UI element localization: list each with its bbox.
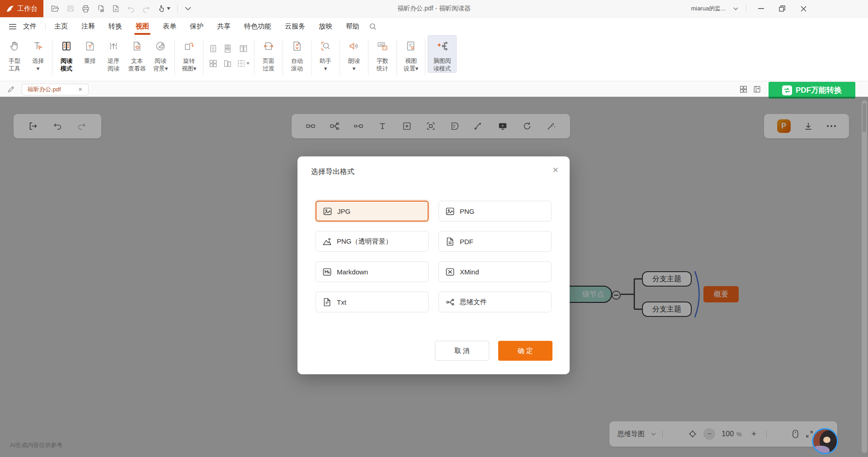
option-label: PNG (460, 207, 475, 215)
txt-file-icon (322, 297, 332, 307)
pdf-file-icon (445, 237, 455, 246)
document-tab[interactable]: 福昕办公.pdf ✕ (22, 84, 89, 95)
option-pdf[interactable]: PDF (439, 231, 552, 252)
option-mind-file[interactable]: 思绪文件 (439, 292, 552, 312)
workspace-label: 工作台 (17, 5, 38, 13)
ribbon-read-mode[interactable]: 阅读 模式 (55, 35, 78, 72)
menu-item-help[interactable]: 帮助 (339, 18, 366, 35)
print-icon[interactable] (81, 5, 90, 13)
menu-bar: 文件 主页 注释 转换 视图 表单 保护 共享 特色功能 云服务 放映 帮助 (0, 18, 868, 35)
new-tab-icon[interactable] (112, 5, 120, 13)
option-label: PNG（透明背景） (337, 237, 392, 246)
page-panel-icon[interactable] (753, 85, 761, 93)
ribbon-reverse-read[interactable]: 逆序 阅读 (102, 35, 125, 72)
duplicate-page-icon[interactable] (97, 5, 105, 13)
facing-page-icon[interactable] (235, 41, 252, 56)
ribbon-select-text[interactable]: 选择 ▾ (26, 35, 50, 72)
option-png[interactable]: PNG (439, 201, 552, 221)
ribbon-separator (283, 39, 283, 75)
split-page-icon[interactable] (235, 56, 252, 71)
avatar-face (823, 437, 830, 443)
option-png-transparent[interactable]: PNG（透明背景） (316, 231, 429, 252)
pdf-convert-button[interactable]: PDF万能转换 (769, 82, 855, 99)
grid-view-icon[interactable] (740, 85, 747, 93)
reverse-read-icon (102, 40, 125, 57)
option-jpg[interactable]: JPG (316, 201, 429, 221)
ribbon-separator (396, 39, 397, 75)
continuous-page-icon[interactable] (220, 41, 235, 56)
ribbon-word-count[interactable]: AB 字数 统计 (371, 35, 394, 72)
menu-item-protect[interactable]: 保护 (183, 18, 210, 35)
export-format-dialog: 选择导出格式 ✕ JPG PNG PNG（透明背景） PDF Markdown (297, 156, 570, 374)
jpg-image-icon (323, 207, 332, 216)
account-name[interactable]: miarua的监... (691, 5, 726, 13)
ribbon-assistant[interactable]: 助手 ▾ (314, 35, 337, 72)
ribbon-mindmap-read-mode[interactable]: 脑图阅 读模式 (428, 35, 457, 73)
redo-icon[interactable] (142, 5, 151, 13)
convert-label: PDF万能转换 (796, 85, 842, 95)
menu-item-form[interactable]: 表单 (156, 18, 183, 35)
undo-icon[interactable] (127, 5, 135, 13)
ribbon-separator (175, 39, 175, 75)
restore-button[interactable] (775, 0, 789, 17)
menu-item-file[interactable]: 文件 (16, 18, 43, 35)
workspace-button[interactable]: 工作台 (0, 0, 43, 17)
mind-file-icon (445, 297, 455, 307)
menu-item-home[interactable]: 主页 (47, 18, 75, 35)
menu-item-cloud[interactable]: 云服务 (278, 18, 312, 35)
page-transition-icon (257, 40, 280, 57)
menu-item-share[interactable]: 共享 (210, 18, 237, 35)
tab-close-icon[interactable]: ✕ (78, 86, 83, 93)
xmind-icon (445, 267, 455, 277)
export-options: JPG PNG PNG（透明背景） PDF Markdown XMind (316, 201, 552, 312)
ribbon-page-transition[interactable]: 页面 过渡 (257, 35, 280, 72)
close-button[interactable] (797, 0, 810, 17)
option-xmind[interactable]: XMind (439, 261, 552, 282)
ribbon-read-background[interactable]: 阅读 背景▾ (149, 35, 172, 72)
ribbon-text-viewer[interactable]: 文本 查看器 (125, 35, 149, 72)
text-viewer-icon (125, 40, 149, 57)
menu-item-present[interactable]: 放映 (312, 18, 339, 35)
cancel-button[interactable]: 取 消 (435, 341, 489, 361)
confirm-button[interactable]: 确 定 (498, 341, 552, 361)
option-txt[interactable]: Txt (316, 292, 429, 312)
ribbon: 手型 工具 选择 ▾ 阅读 模式 重排 逆序 阅读 文本 查看器 阅读 (0, 35, 868, 81)
auto-scroll-icon (285, 40, 309, 57)
read-aloud-icon (342, 40, 366, 57)
ribbon-hand-tool[interactable]: 手型 工具 (3, 35, 26, 72)
avatar[interactable] (812, 428, 838, 454)
ribbon-separator (311, 39, 311, 75)
save-icon[interactable] (66, 5, 75, 13)
quad-page-icon[interactable] (206, 56, 220, 71)
ribbon-separator (425, 39, 425, 75)
collapse-toolbar-icon[interactable] (184, 6, 192, 11)
ribbon-rotate-view[interactable]: 旋转 视图▾ (177, 35, 201, 72)
single-page-icon[interactable] (206, 41, 220, 56)
ribbon-separator (52, 39, 52, 75)
menu-item-comment[interactable]: 注释 (75, 18, 102, 35)
ribbon-view-settings[interactable]: 视图 设置▾ (399, 35, 423, 72)
ribbon-read-aloud[interactable]: 朗读 ▾ (342, 35, 366, 72)
menu-item-features[interactable]: 特色功能 (237, 18, 278, 35)
edit-pencil-icon[interactable] (7, 85, 15, 93)
touch-pointer-icon[interactable] (157, 5, 170, 13)
booklet-icon[interactable] (220, 56, 235, 71)
open-file-icon[interactable] (51, 4, 60, 13)
dialog-title: 选择导出格式 (311, 167, 354, 177)
search-icon[interactable] (369, 23, 377, 30)
hand-tool-icon (3, 40, 26, 57)
menu-item-view[interactable]: 视图 (129, 18, 156, 35)
option-label: Txt (337, 298, 346, 306)
option-label: Markdown (337, 268, 368, 276)
hamburger-icon[interactable] (9, 24, 16, 29)
minimize-button[interactable] (754, 0, 768, 17)
markdown-icon (322, 267, 332, 277)
account-chevron-icon[interactable] (733, 7, 738, 10)
menu-item-convert[interactable]: 转换 (102, 18, 129, 35)
ribbon-auto-scroll[interactable]: 自动 滚动 (285, 35, 309, 72)
ribbon-reflow[interactable]: 重排 (78, 35, 102, 72)
option-markdown[interactable]: Markdown (316, 261, 429, 282)
option-label: XMind (460, 268, 479, 276)
ribbon-separator (254, 39, 255, 75)
close-icon[interactable]: ✕ (552, 165, 559, 175)
